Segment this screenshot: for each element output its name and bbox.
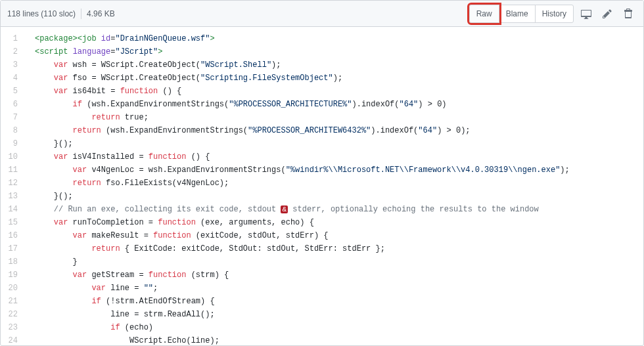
code-line: <script language="JScript">	[28, 45, 643, 58]
line-number[interactable]: 12	[1, 177, 22, 190]
trash-icon[interactable]	[620, 5, 637, 23]
file-size: 4.96 KB	[87, 9, 115, 18]
code-line: }();	[28, 137, 643, 150]
file-actions: Raw Blame History	[469, 5, 637, 23]
code-line: }	[28, 255, 643, 269]
code-line: var makeResult = function (exitCode, std…	[28, 229, 643, 242]
code-line: }();	[28, 190, 643, 203]
blame-button[interactable]: Blame	[499, 5, 536, 23]
code-line: var fso = WScript.CreateObject("Scriptin…	[28, 72, 643, 85]
line-number[interactable]: 21	[1, 295, 22, 308]
code-line: var v4NgenLoc = wsh.ExpandEnvironmentStr…	[28, 163, 643, 177]
file-info: 118 lines (110 sloc) 4.96 KB	[7, 9, 115, 19]
code-line: WScript.Echo(line);	[28, 334, 643, 345]
line-number[interactable]: 10	[1, 150, 22, 163]
line-number[interactable]: 15	[1, 216, 22, 229]
line-number[interactable]: 3	[1, 58, 22, 72]
code-line: var line = "";	[28, 282, 643, 295]
code-line: <package><job id="DrainNGenQueue.wsf">	[28, 32, 643, 45]
code-line: return { ExitCode: exitCode, StdOut: std…	[28, 242, 643, 255]
line-number[interactable]: 24	[1, 334, 22, 345]
file-header: 118 lines (110 sloc) 4.96 KB Raw Blame H…	[1, 1, 643, 27]
code-line: if (!strm.AtEndOfStream) {	[28, 295, 643, 308]
line-number[interactable]: 4	[1, 72, 22, 85]
code-viewer: 123456789101112131415161718192021222324 …	[1, 27, 643, 345]
line-number[interactable]: 20	[1, 282, 22, 295]
code-line: var getStream = function (strm) {	[28, 269, 643, 282]
line-number[interactable]: 22	[1, 308, 22, 321]
text-button-group: Raw Blame History	[469, 5, 574, 23]
line-number[interactable]: 9	[1, 137, 22, 150]
code-line: var isV4Installed = function () {	[28, 150, 643, 163]
code-line: line = strm.ReadAll();	[28, 308, 643, 321]
code-line: var is64bit = function () {	[28, 85, 643, 98]
code-line: var runToCompletion = function (exe, arg…	[28, 216, 643, 229]
line-number[interactable]: 19	[1, 269, 22, 282]
raw-button[interactable]: Raw	[469, 5, 499, 23]
code-line: return (wsh.ExpandEnvironmentStrings("%P…	[28, 124, 643, 137]
line-number[interactable]: 16	[1, 229, 22, 242]
code-line: if (echo)	[28, 321, 643, 334]
line-number[interactable]: 2	[1, 45, 22, 58]
code-line: if (wsh.ExpandEnvironmentStrings("%PROCE…	[28, 98, 643, 111]
code-content[interactable]: <package><job id="DrainNGenQueue.wsf"><s…	[28, 27, 643, 345]
desktop-icon[interactable]	[578, 5, 595, 23]
code-line: var wsh = WScript.CreateObject("WScript.…	[28, 58, 643, 72]
line-number[interactable]: 8	[1, 124, 22, 137]
line-number[interactable]: 7	[1, 111, 22, 124]
line-number[interactable]: 14	[1, 203, 22, 216]
line-number[interactable]: 11	[1, 163, 22, 177]
line-number[interactable]: 5	[1, 85, 22, 98]
lines-count: 118 lines (110 sloc)	[7, 9, 76, 18]
line-number[interactable]: 13	[1, 190, 22, 203]
history-button[interactable]: History	[535, 5, 574, 23]
pencil-icon[interactable]	[599, 5, 616, 23]
line-number[interactable]: 18	[1, 255, 22, 269]
line-numbers-gutter: 123456789101112131415161718192021222324	[1, 27, 28, 345]
code-line: return true;	[28, 111, 643, 124]
code-line: return fso.FileExists(v4NgenLoc);	[28, 177, 643, 190]
divider	[81, 9, 81, 19]
line-number[interactable]: 17	[1, 242, 22, 255]
line-number[interactable]: 6	[1, 98, 22, 111]
line-number[interactable]: 23	[1, 321, 22, 334]
line-number[interactable]: 1	[1, 32, 22, 45]
code-line: // Run an exe, collecting its exit code,…	[28, 203, 643, 216]
